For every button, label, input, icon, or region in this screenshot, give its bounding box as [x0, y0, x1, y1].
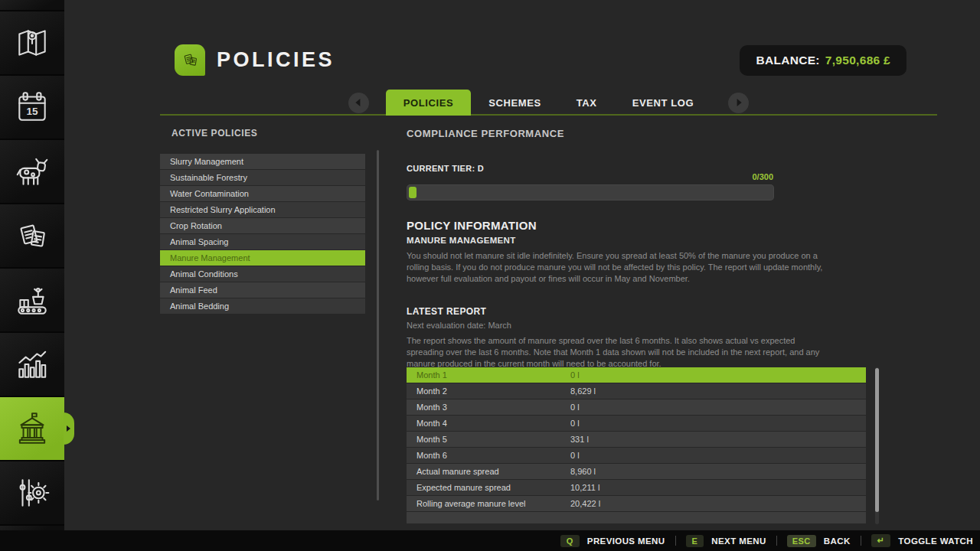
report-row[interactable]: Month 30 l — [407, 399, 866, 415]
sidebar-item-contracts[interactable] — [0, 204, 64, 267]
policy-list-item[interactable]: Slurry Management — [160, 154, 365, 169]
report-row-label: Expected manure spread — [407, 480, 570, 495]
bank-icon — [13, 409, 51, 448]
report-row-label: Month 6 — [407, 448, 570, 463]
chevron-left-icon — [356, 99, 361, 106]
report-row[interactable]: Month 28,629 l — [407, 383, 866, 399]
active-policies-heading: ACTIVE POLICIES — [172, 128, 257, 139]
settings-icon — [13, 474, 51, 512]
tab-event-log[interactable]: EVENT LOG — [615, 90, 712, 116]
footer-bar: QPREVIOUS MENUENEXT MENUESCBACK↵TOGGLE W… — [0, 530, 980, 551]
divider — [776, 536, 777, 546]
balance-value: 7,950,686 £ — [825, 54, 890, 67]
documents-icon — [180, 50, 201, 70]
report-description: The report shows the amount of manure sp… — [407, 335, 826, 370]
report-row-label: Month 4 — [407, 416, 570, 431]
table-scrollbar-thumb[interactable] — [875, 368, 879, 512]
divider — [861, 536, 861, 546]
content-scrollbar[interactable] — [377, 150, 379, 500]
compliance-heading: COMPLIANCE PERFORMANCE — [407, 128, 564, 139]
sidebar-item-calendar[interactable]: 15 — [0, 76, 64, 139]
sidebar-item-statistics[interactable] — [0, 333, 64, 396]
chevron-right-icon — [737, 99, 741, 106]
tab-bar: POLICIESSCHEMESTAXEVENT LOG — [160, 90, 937, 116]
policies-page-icon — [175, 44, 205, 76]
report-row-value: 8,629 l — [570, 383, 596, 399]
policy-list-item[interactable]: Manure Management — [160, 250, 365, 266]
report-table: Month 10 lMonth 28,629 lMonth 30 lMonth … — [407, 367, 866, 523]
table-scrollbar-track[interactable] — [875, 367, 879, 524]
sidebar-item-map[interactable] — [0, 11, 64, 74]
report-row-value: 20,422 l — [570, 496, 600, 511]
policy-list-item[interactable]: Water Contamination — [160, 186, 365, 201]
report-row-label: Month 5 — [407, 432, 570, 447]
report-row-value: 331 l — [570, 432, 589, 447]
report-row[interactable]: Expected manure spread10,211 l — [407, 480, 866, 495]
sidebar-item-animals[interactable] — [0, 140, 64, 203]
shortcut-toggle-watch[interactable]: ↵TOGGLE WATCH — [871, 534, 973, 547]
tab-schemes[interactable]: SCHEMES — [471, 90, 559, 116]
key-badge: E — [686, 535, 704, 547]
current-tier-label: CURRENT TIER: D — [407, 164, 484, 173]
calendar-day: 15 — [26, 106, 38, 117]
balance-label: BALANCE: — [756, 54, 819, 67]
shortcut-next-menu[interactable]: ENEXT MENU — [686, 535, 766, 547]
next-evaluation-date: Next evaluation date: March — [407, 321, 511, 330]
production-icon — [13, 281, 51, 319]
key-badge: Q — [560, 535, 580, 547]
contracts-icon — [13, 217, 51, 255]
report-row-value: 0 l — [570, 416, 580, 431]
report-row-value: 10,211 l — [570, 480, 599, 495]
shortcut-label: PREVIOUS MENU — [587, 536, 665, 546]
return-key-icon: ↵ — [871, 534, 891, 547]
shortcut-label: NEXT MENU — [711, 536, 766, 546]
statistics-icon — [13, 345, 51, 383]
key-badge: ESC — [787, 535, 816, 547]
tabs-prev-button[interactable] — [348, 93, 369, 113]
shortcut-previous-menu[interactable]: QPREVIOUS MENU — [560, 535, 665, 547]
policy-info-heading: POLICY INFORMATION — [407, 219, 537, 232]
report-row-label: Month 2 — [407, 383, 570, 399]
sidebar-item-settings[interactable] — [0, 461, 64, 524]
sidebar-item-finances[interactable] — [0, 397, 64, 460]
report-row-partial — [407, 512, 866, 523]
policy-name-heading: MANURE MANAGEMENT — [407, 236, 515, 245]
shortcut-back[interactable]: ESCBACK — [787, 535, 851, 547]
policy-list-item[interactable]: Animal Spacing — [160, 234, 365, 249]
progress-track — [407, 184, 774, 201]
policy-description: You should not let manure sit idle indef… — [407, 250, 826, 285]
divider — [675, 536, 676, 546]
tab-policies[interactable]: POLICIES — [386, 90, 471, 116]
report-row[interactable]: Actual manure spread8,960 l — [407, 464, 866, 479]
shortcut-label: BACK — [824, 536, 851, 546]
report-row-value: 8,960 l — [570, 464, 596, 479]
report-row-value: 0 l — [570, 399, 580, 415]
calendar-icon: 15 — [13, 88, 51, 126]
policy-list-item[interactable]: Animal Bedding — [160, 298, 365, 314]
active-policies-list: Slurry ManagementSustainable ForestryWat… — [160, 154, 365, 315]
policy-list-item[interactable]: Restricted Slurry Application — [160, 202, 365, 217]
compliance-score: 0/300 — [752, 172, 773, 181]
report-row-value: 0 l — [570, 367, 580, 383]
report-row-value: 0 l — [570, 448, 580, 463]
report-row-label: Month 1 — [407, 367, 570, 383]
sidebar-item-production[interactable] — [0, 269, 64, 331]
report-row[interactable]: Month 5331 l — [407, 432, 866, 447]
shortcut-label: TOGGLE WATCH — [898, 536, 973, 546]
report-row[interactable]: Month 10 l — [407, 367, 866, 383]
page-title: POLICIES — [217, 48, 335, 72]
policy-list-item[interactable]: Animal Conditions — [160, 266, 365, 282]
map-icon — [13, 24, 51, 62]
compliance-progress: 0/300 — [407, 184, 774, 201]
report-row-label: Month 3 — [407, 399, 570, 415]
sidebar: 15 — [0, 0, 64, 530]
report-row[interactable]: Month 60 l — [407, 448, 866, 463]
report-row[interactable]: Rolling average manure level20,422 l — [407, 496, 866, 511]
report-row[interactable]: Month 40 l — [407, 416, 866, 431]
tabs-next-button[interactable] — [728, 93, 749, 113]
policy-list-item[interactable]: Sustainable Forestry — [160, 170, 365, 185]
policy-list-item[interactable]: Animal Feed — [160, 282, 365, 298]
tab-tax[interactable]: TAX — [559, 90, 615, 116]
sidebar-item-partial-top — [0, 0, 64, 10]
policy-list-item[interactable]: Crop Rotation — [160, 218, 365, 233]
